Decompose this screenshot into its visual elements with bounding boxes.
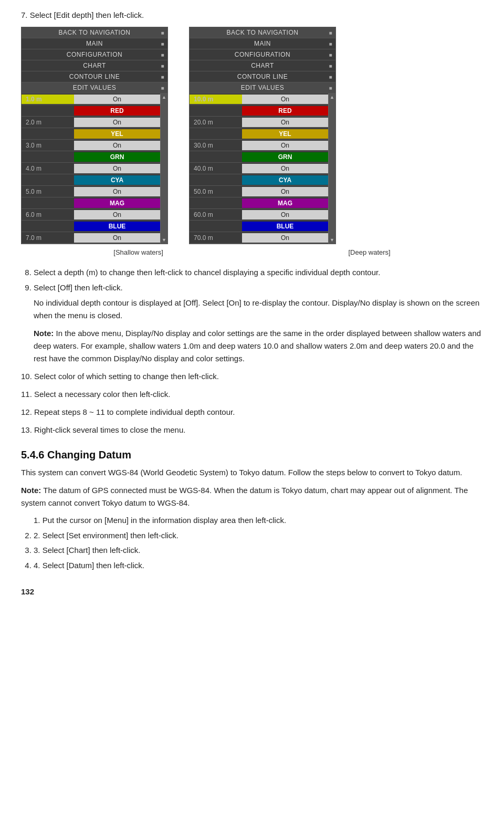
left-row-red: RED [22,105,160,117]
right-val-grn: GRN [242,152,328,162]
right-main-arrow: ■ [329,41,332,47]
section-546-para1: This system can convert WGS-84 (World Ge… [21,466,483,479]
left-depth-3m: 3.0 m [22,141,74,150]
right-row-red: RED [190,105,328,117]
right-row-50m: 50.0 m On [190,186,328,197]
left-chart: CHART■ [22,60,167,71]
datum-step-1: 1. Put the cursor on [Menu] in the infor… [34,515,483,527]
right-depth-20m: 20.0 m [190,118,242,127]
steps-1-4-list: 1. Put the cursor on [Menu] in the infor… [34,515,483,571]
left-depth-1m: 1.0 m [22,95,74,104]
right-depth-mag [190,202,242,204]
right-back-to-nav: BACK TO NAVIGATION■ [190,27,335,38]
left-val-grn: GRN [74,152,160,162]
right-val-mag: MAG [242,198,328,208]
right-scroll-up[interactable]: ▲ [330,93,334,101]
left-data-wrapper: 1.0 m On RED 2.0 m On YEL [22,93,167,244]
left-row-4m: 4.0 m On [22,163,160,174]
left-chart-arrow: ■ [161,63,164,69]
right-val-20m-on: On [242,118,328,127]
right-row-30m: 30.0 m On [190,140,328,151]
left-depth-6m: 6.0 m [22,210,74,219]
right-data-wrapper: 10.0 m On RED 20.0 m On YEL [190,93,335,244]
right-val-40m-on: On [242,164,328,173]
right-depth-cya [190,179,242,181]
step-9: Select [Off] then left-click. [34,282,483,294]
right-scrollbar[interactable]: ▲ ▼ [328,93,335,244]
page-number: 132 [21,587,483,596]
right-row-40m: 40.0 m On [190,163,328,174]
left-config-arrow: ■ [161,52,164,58]
left-caption: [Shallow waters] [113,248,163,256]
left-scroll-up[interactable]: ▲ [162,93,166,101]
right-back-arrow: ■ [329,30,332,36]
right-chart-arrow: ■ [329,63,332,69]
right-depth-blue [190,225,242,227]
right-data-rows: 10.0 m On RED 20.0 m On YEL [190,93,328,244]
left-val-5m-on: On [74,187,160,196]
right-depth-40m: 40.0 m [190,164,242,173]
note-9-bold: Note: [34,329,54,338]
note-datum-block: Note: The datum of GPS connected must be… [21,484,483,509]
left-scrollbar[interactable]: ▲ ▼ [160,93,167,244]
right-row-10m: 10.0 m On [190,93,328,105]
datum-step-4: 4. Select [Datum] then left-click. [34,560,483,572]
left-val-1m-on: On [74,95,160,104]
left-back-arrow: ■ [161,30,164,36]
left-depth-yel [22,133,74,135]
left-row-yel: YEL [22,128,160,140]
left-panel: BACK TO NAVIGATION■ MAIN■ CONFIGURATION■… [21,27,168,244]
right-depth-yel [190,133,242,135]
right-chart: CHART■ [190,60,335,71]
left-depth-5m: 5.0 m [22,187,74,196]
left-row-1m: 1.0 m On [22,93,160,105]
steps-8-9-list: Select a depth (m) to change then left-c… [34,267,483,294]
left-configuration: CONFIGURATION■ [22,49,167,60]
left-edit-values: EDIT VALUES■ [22,82,167,93]
left-row-6m: 6.0 m On [22,209,160,221]
right-row-20m: 20.0 m On [190,117,328,128]
right-scroll-down[interactable]: ▼ [330,236,334,244]
right-row-yel: YEL [190,128,328,140]
left-data-rows: 1.0 m On RED 2.0 m On YEL [22,93,160,244]
right-val-red: RED [242,106,328,116]
note-9-text: In the above menu, Display/No display an… [34,329,481,363]
right-edit-arrow: ■ [329,85,332,91]
left-row-cya: CYA [22,174,160,186]
right-val-10m-on: On [242,95,328,104]
left-row-grn: GRN [22,151,160,163]
right-depth-red [190,110,242,112]
left-val-3m-on: On [74,141,160,150]
right-val-30m-on: On [242,141,328,150]
left-val-yel: YEL [74,129,160,139]
left-val-blue: BLUE [74,222,160,231]
left-row-mag: MAG [22,197,160,209]
right-row-grn: GRN [190,151,328,163]
step-11: 11. Select a necessary color then left-c… [21,388,483,401]
left-depth-cya [22,179,74,181]
right-panel: BACK TO NAVIGATION■ MAIN■ CONFIGURATION■… [189,27,336,244]
right-depth-70m: 70.0 m [190,233,242,243]
right-row-blue: BLUE [190,221,328,232]
left-contour-arrow: ■ [161,74,164,80]
left-depth-mag [22,202,74,204]
left-scroll-down[interactable]: ▼ [162,236,166,244]
left-main-arrow: ■ [161,41,164,47]
right-val-yel: YEL [242,129,328,139]
left-val-2m-on: On [74,118,160,127]
left-depth-4m: 4.0 m [22,164,74,173]
left-row-2m: 2.0 m On [22,117,160,128]
step-9-detail: No individual depth contour is displayed… [34,297,483,322]
right-val-70m-on: On [242,233,328,243]
right-val-50m-on: On [242,187,328,196]
right-depth-10m: 10.0 m [190,95,242,104]
right-contour-arrow: ■ [329,74,332,80]
step-10: 10. Select color of which setting to cha… [21,370,483,383]
left-row-7m: 7.0 m On [22,232,160,244]
left-contour-line: CONTOUR LINE■ [22,71,167,82]
right-edit-values: EDIT VALUES■ [190,82,335,93]
note-9-block: Note: In the above menu, Display/No disp… [34,327,483,365]
datum-step-2: 2. Select [Set environment] then left-cl… [34,530,483,542]
right-configuration: CONFIGURATION■ [190,49,335,60]
right-depth-grn [190,156,242,158]
